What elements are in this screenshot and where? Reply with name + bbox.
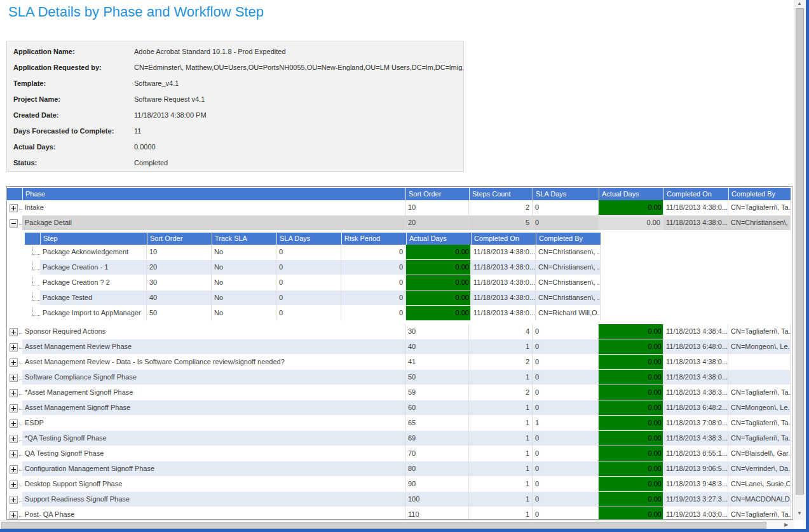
expand-plus-icon[interactable]: [10, 404, 18, 413]
actual-days-cell: 0.00: [599, 355, 663, 370]
completed-on-cell: 11/18/2013 6:48:2...: [663, 400, 728, 416]
actual-days-cell: 0.00: [599, 370, 663, 385]
sort-order-cell: 50: [147, 306, 212, 321]
expand-toggle[interactable]: [7, 215, 22, 231]
expand-plus-icon[interactable]: [10, 374, 18, 382]
phase-row: Desktop Support Signoff Phase90100.0011/…: [7, 477, 792, 492]
expand-toggle[interactable]: [7, 461, 22, 477]
actual-days-cell: 0.00: [599, 461, 663, 477]
expand-toggle[interactable]: [7, 431, 22, 446]
actual-days-cell: 0.00: [406, 245, 471, 260]
horizontal-scrollbar-thumb[interactable]: [1, 522, 766, 529]
expand-toggle[interactable]: [7, 477, 22, 492]
completed-by-cell: CN=Tagliaferri\, Ta..: [728, 385, 791, 400]
phase-name-cell: QA Testing Signoff Phase: [22, 446, 405, 461]
completed-on-cell: 11/18/2013 4:38:3...: [663, 431, 728, 446]
expand-toggle[interactable]: [7, 400, 22, 416]
actual-days-cell: 0.00: [599, 507, 663, 520]
expand-plus-icon[interactable]: [10, 481, 18, 489]
step-row: Package Creation ? 230No000.0011/18/2013…: [25, 275, 601, 290]
expand-plus-icon[interactable]: [10, 450, 18, 458]
actual-days-cell: 0.00: [599, 324, 663, 339]
completed-on-cell: 11/18/2013 7:08:0...: [663, 416, 728, 431]
expand-toggle[interactable]: [7, 416, 22, 431]
tree-connector-icon: [32, 247, 40, 255]
steps-count-cell: 1: [469, 507, 533, 520]
expand-toggle[interactable]: [7, 446, 22, 461]
completed-by-cell: CN=Christiansen\, ..: [728, 215, 791, 231]
expand-plus-icon[interactable]: [10, 511, 18, 519]
completed-by-cell: CN=MACDONALD...: [728, 492, 791, 507]
completed-by-cell: CN=Christiansen\, ...: [536, 260, 601, 275]
expand-toggle[interactable]: [7, 507, 22, 520]
expand-minus-icon[interactable]: [10, 219, 18, 228]
step-connector-cell: [25, 290, 40, 306]
phase-row: Sponsor Required Actions30400.0011/18/20…: [7, 324, 792, 339]
expand-plus-icon[interactable]: [10, 465, 18, 474]
sla-days-cell: 0: [533, 355, 599, 370]
phase-name-cell: *QA Testing Signoff Phase: [22, 431, 405, 446]
steps-count-cell: 2: [469, 355, 533, 370]
phase-name-cell: Asset Management Signoff Phase: [22, 400, 405, 416]
scroll-down-icon[interactable]: ▼: [797, 511, 802, 516]
steps-count-cell: 2: [469, 200, 533, 215]
steps-count-cell: 1: [469, 431, 533, 446]
expand-plus-icon[interactable]: [10, 358, 18, 367]
actual-days-cell: 0.00: [599, 215, 663, 231]
expand-toggle[interactable]: [7, 355, 22, 370]
expand-plus-icon[interactable]: [10, 435, 18, 443]
info-field-label-application-name: Application Name:: [13, 46, 134, 62]
expand-toggle[interactable]: [7, 200, 22, 215]
column-header-phase: Phase: [22, 188, 405, 200]
completed-on-cell: 11/18/2013 4:38:0...: [663, 215, 728, 231]
expand-plus-icon[interactable]: [10, 496, 18, 504]
step-table-header: StepSort OrderTrack SLASLA DaysRisk Peri…: [25, 233, 601, 245]
tree-connector-icon: [32, 292, 40, 301]
sort-order-cell: 50: [405, 370, 469, 385]
expand-toggle[interactable]: [7, 324, 22, 339]
column-header-sort-order: Sort Order: [405, 188, 469, 200]
expand-plus-icon[interactable]: [10, 328, 18, 336]
expand-plus-icon[interactable]: [10, 204, 18, 212]
info-field-value-template: Software_v4.1: [134, 78, 463, 94]
expand-toggle[interactable]: [7, 370, 22, 385]
steps-count-cell: 1: [469, 492, 533, 507]
scroll-right-icon[interactable]: ▶: [784, 522, 788, 528]
vertical-scrollbar-thumb[interactable]: [796, 8, 804, 494]
vertical-scrollbar[interactable]: ▲ ▼: [794, 0, 806, 520]
completed-by-cell: CN=Tagliaferri\, Ta..: [728, 507, 791, 520]
steps-count-cell: 1: [469, 477, 533, 492]
expand-toggle[interactable]: [7, 492, 22, 507]
sort-order-cell: 40: [405, 339, 469, 355]
column-header-sort-order: Sort Order: [147, 233, 212, 245]
column-header-risk-period: Risk Period: [341, 233, 406, 245]
steps-count-cell: 1: [469, 416, 533, 431]
phase-row: *Asset Management Signoff Phase59200.001…: [7, 385, 792, 400]
info-field-value-actual-days: 0.0000: [134, 142, 463, 158]
sla-days-cell: 0: [533, 400, 599, 416]
expand-toggle[interactable]: [7, 385, 22, 400]
info-field: Application Name:Adobe Acrobat Standard …: [7, 46, 463, 62]
sort-order-cell: 10: [147, 245, 212, 260]
actual-days-cell: 0.00: [599, 200, 663, 215]
completed-by-cell: CN=Lane\, Susie,O...: [728, 477, 791, 492]
expand-plus-icon[interactable]: [10, 389, 18, 397]
info-field-value-created-date: 11/18/2013 4:38:00 PM: [134, 110, 463, 126]
expand-plus-icon[interactable]: [10, 419, 18, 428]
expand-plus-icon[interactable]: [10, 343, 18, 351]
column-header-completed-by: Completed By: [728, 188, 791, 200]
tree-connector-icon: [32, 262, 40, 270]
phase-name-cell: Configuration Management Signoff Phase: [22, 461, 405, 477]
completed-on-cell: 11/18/2013 4:38:0...: [471, 290, 536, 306]
completed-by-cell: CN=Tagliaferri\, Ta..: [728, 324, 791, 339]
actual-days-cell: 0.00: [406, 260, 471, 275]
info-field: Application Requested by:CN=Edminster\, …: [7, 62, 463, 78]
sort-order-cell: 100: [405, 492, 469, 507]
horizontal-scrollbar[interactable]: ▶: [0, 520, 794, 529]
actual-days-cell: 0.00: [599, 431, 663, 446]
sort-order-cell: 60: [405, 400, 469, 416]
scroll-up-icon[interactable]: ▲: [797, 1, 802, 6]
expand-toggle[interactable]: [7, 339, 22, 355]
completed-on-cell: 11/18/2013 9:48:3...: [663, 477, 728, 492]
column-header-completed-by: Completed By: [536, 233, 601, 245]
